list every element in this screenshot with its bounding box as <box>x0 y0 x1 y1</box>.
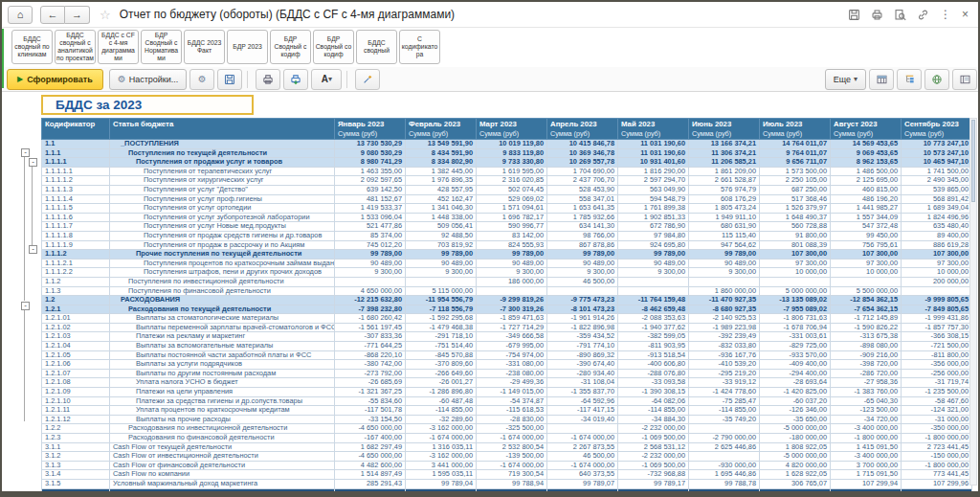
cell[interactable] <box>406 277 477 286</box>
cell[interactable]: 1 808 922,05 <box>760 442 831 452</box>
cell[interactable]: 428 557,95 <box>406 185 477 194</box>
cell[interactable]: -1 989 223,98 <box>689 323 760 332</box>
cell[interactable]: 4 820 000,00 <box>760 461 831 470</box>
cell[interactable]: 481 152,67 <box>335 194 406 204</box>
cell[interactable]: 11 031 190,60 <box>618 148 689 158</box>
table-row[interactable]: 1.2.1.04Выплаты за вспомогательные матер… <box>42 342 972 351</box>
cell[interactable]: 1 619 595,00 <box>477 167 547 176</box>
cell[interactable] <box>335 277 406 286</box>
cell[interactable] <box>689 424 760 434</box>
cell[interactable]: 9 069 453,65 <box>831 148 902 158</box>
cell[interactable]: Выплаты на прочие расходы <box>110 415 335 424</box>
tab-2[interactable]: БДДС сводный с аналитикой по проектам <box>55 30 96 64</box>
cell[interactable]: -1 857 757,30 <box>902 323 972 332</box>
cell[interactable]: -280 934,40 <box>547 369 618 378</box>
table-row[interactable]: 1.1.1.1.4Поступления от услуг проф.гигие… <box>42 194 972 204</box>
cell[interactable]: _ПОСТУПЛЕНИЯ <box>110 140 335 149</box>
cell[interactable]: 1 341 046,30 <box>406 204 477 214</box>
cell[interactable]: 886 619,28 <box>902 240 972 250</box>
cell[interactable]: Условный маржинальный доход маркетинга <box>110 479 335 488</box>
cell[interactable]: 1 902 851,33 <box>618 213 689 222</box>
cell[interactable]: -1 800 000,00 <box>902 461 972 470</box>
cell[interactable]: -1 674 000,00 <box>477 434 547 443</box>
cell[interactable]: -1 800 000,00 <box>902 434 972 443</box>
table-row[interactable]: 1.2.1.11Уплата процентов по краткосрочны… <box>42 406 972 416</box>
tab-5[interactable]: БДДС 2023 Факт <box>184 30 225 64</box>
report-title-cell[interactable]: БДДС за 2023 <box>41 95 254 115</box>
cell[interactable]: 5 500 000,00 <box>831 286 902 296</box>
cell[interactable] <box>110 488 335 491</box>
font-button[interactable]: A ▾ <box>311 69 342 90</box>
cell[interactable]: -266 649,60 <box>406 369 477 378</box>
cell[interactable]: 1 595 035,11 <box>406 470 477 480</box>
cell[interactable]: 9 733 330,80 <box>477 158 547 168</box>
cell[interactable]: -390 674,40 <box>547 360 618 370</box>
cell[interactable]: 91 800,00 <box>760 231 831 240</box>
cell[interactable]: -845 570,88 <box>406 350 477 360</box>
cell[interactable]: -34 720,00 <box>831 415 902 424</box>
cell[interactable]: -26 001,27 <box>406 378 477 388</box>
cell[interactable]: 719 300,54 <box>477 470 547 480</box>
cell[interactable]: 1.2.3 <box>42 434 110 443</box>
cell[interactable] <box>618 286 689 296</box>
cell[interactable]: 560 728,88 <box>760 222 831 232</box>
cell[interactable]: -4 650 000,00 <box>335 424 406 434</box>
cell[interactable]: 1 696 782,17 <box>477 213 547 222</box>
cell[interactable]: -1 479 468,38 <box>406 323 477 332</box>
cell[interactable]: 1.2.2 <box>42 424 110 434</box>
cell[interactable]: Выплаты за услуги подрядчиков <box>110 360 335 370</box>
cell[interactable]: Cash Flow от финансовой деятельности <box>110 461 335 470</box>
cell[interactable]: 1.1.1.1.3 <box>42 185 110 194</box>
cell[interactable]: 680 631,90 <box>689 222 760 232</box>
cell[interactable]: -123 500,00 <box>831 406 902 416</box>
table-row[interactable]: 1.1.1.1Поступления от продажи услуг и то… <box>42 158 972 168</box>
cell[interactable]: 1.2.1.09 <box>42 388 110 397</box>
cell[interactable]: Поступления от хирургических услуг <box>110 176 335 186</box>
vertical-scrollbar[interactable] <box>969 118 977 486</box>
cell[interactable]: -1 235 500,00 <box>902 388 972 397</box>
cell[interactable]: 90 489,00 <box>689 259 760 268</box>
cell[interactable]: 1 816 290,00 <box>618 167 689 176</box>
cell[interactable]: 107 299,96 <box>902 479 972 488</box>
cell[interactable]: -114 855,00 <box>406 406 477 416</box>
cell[interactable]: 1 860 000,00 <box>689 286 760 296</box>
cell[interactable]: 1.1.1.1.8 <box>42 231 110 240</box>
cell[interactable]: Прочие поступления по текущей деятельнос… <box>110 250 335 260</box>
cell[interactable]: 1.2.1.05 <box>42 350 110 360</box>
cell[interactable]: 1.2.1.08 <box>42 378 110 388</box>
tab-7[interactable]: БДР Сводный с кодиф <box>270 30 311 64</box>
table-row[interactable]: 1.1.1.1.8Поступления от продаж средств г… <box>42 231 972 240</box>
cell[interactable]: -356 000,00 <box>902 360 972 370</box>
cell[interactable]: 1.1 <box>42 140 110 149</box>
cell[interactable]: Cash Flow от инвестиционной деятельности <box>110 452 335 462</box>
cell[interactable]: -12 215 632,80 <box>335 296 406 305</box>
cell[interactable]: -398 720,00 <box>831 360 902 370</box>
tab-10[interactable]: С кодификатора <box>399 30 440 64</box>
cell[interactable]: 1.2.1.01 <box>42 314 110 324</box>
tab-8[interactable]: БДР Сводный со кодиф <box>313 30 354 64</box>
cell[interactable]: 1 415 091,50 <box>831 442 902 452</box>
cell[interactable]: 9 300,00 <box>477 268 547 278</box>
cell[interactable]: 99 789,04 <box>406 479 477 488</box>
cell[interactable]: 4 884 894,37 <box>406 488 477 491</box>
cell[interactable]: 2 597 294,70 <box>618 176 689 186</box>
table-row[interactable]: 1.2.1.05Выплаты постоянной части заработ… <box>42 350 972 360</box>
cell[interactable]: 1 689 349,04 <box>902 204 972 214</box>
cell[interactable]: 2 020 909,72 <box>547 488 618 491</box>
cell[interactable]: 8 962 153,65 <box>831 158 902 168</box>
cell[interactable]: 547 372,48 <box>831 222 902 232</box>
cell[interactable]: -3 400 000,00 <box>831 424 902 434</box>
column-header-code[interactable]: Кодификатор <box>42 119 110 140</box>
cell[interactable]: -35 650,00 <box>760 415 831 424</box>
cell[interactable]: -1 678 706,94 <box>760 323 831 332</box>
save-variant-button[interactable] <box>217 69 242 90</box>
cell[interactable]: 9 300,00 <box>618 268 689 278</box>
cell[interactable]: -1 940 377,62 <box>618 323 689 332</box>
cell[interactable]: Итого <box>42 488 110 491</box>
cell[interactable]: -1 859 471,63 <box>477 314 547 324</box>
table-row[interactable]: 1.1.1.2.2Поступления штрафов, пени и дру… <box>42 268 972 278</box>
cell[interactable]: -1 420 825,00 <box>760 388 831 397</box>
cell[interactable]: 867 878,86 <box>547 240 618 250</box>
cell[interactable]: 5 193 531,22 <box>760 488 831 491</box>
cell[interactable]: -1 069 500,00 <box>618 461 689 470</box>
